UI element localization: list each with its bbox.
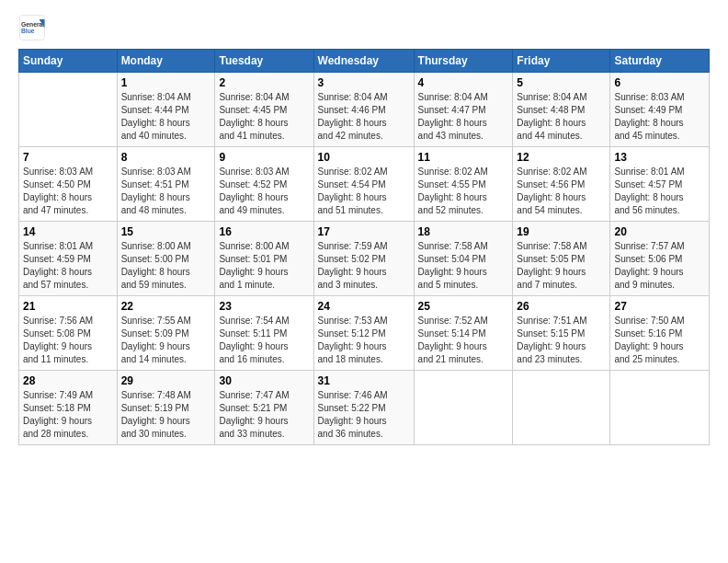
day-info: Sunrise: 8:04 AM Sunset: 4:47 PM Dayligh… bbox=[418, 91, 509, 143]
calendar-cell: 8Sunrise: 8:03 AM Sunset: 4:51 PM Daylig… bbox=[117, 147, 215, 222]
day-number: 9 bbox=[219, 151, 309, 164]
day-info: Sunrise: 7:54 AM Sunset: 5:11 PM Dayligh… bbox=[219, 315, 309, 366]
calendar-cell: 2Sunrise: 8:04 AM Sunset: 4:45 PM Daylig… bbox=[215, 73, 313, 147]
calendar-cell: 30Sunrise: 7:47 AM Sunset: 5:21 PM Dayli… bbox=[215, 371, 313, 445]
day-info: Sunrise: 8:03 AM Sunset: 4:50 PM Dayligh… bbox=[23, 166, 113, 217]
calendar-cell bbox=[19, 73, 118, 147]
day-info: Sunrise: 8:04 AM Sunset: 4:44 PM Dayligh… bbox=[121, 91, 211, 143]
day-number: 28 bbox=[23, 374, 113, 387]
day-number: 27 bbox=[614, 300, 705, 313]
calendar-cell bbox=[414, 371, 513, 445]
day-number: 21 bbox=[23, 300, 113, 313]
day-number: 29 bbox=[121, 374, 211, 387]
day-number: 19 bbox=[517, 225, 606, 238]
calendar-cell: 26Sunrise: 7:51 AM Sunset: 5:15 PM Dayli… bbox=[513, 296, 610, 371]
day-number: 30 bbox=[219, 374, 309, 387]
page-container: General Blue SundayMondayTuesdayWednesda… bbox=[0, 0, 728, 454]
day-info: Sunrise: 7:58 AM Sunset: 5:04 PM Dayligh… bbox=[418, 240, 509, 292]
day-info: Sunrise: 7:57 AM Sunset: 5:06 PM Dayligh… bbox=[614, 240, 705, 292]
logo-icon: General Blue bbox=[18, 14, 46, 41]
day-number: 24 bbox=[318, 300, 410, 313]
day-info: Sunrise: 7:46 AM Sunset: 5:22 PM Dayligh… bbox=[318, 389, 410, 441]
calendar-week-row: 21Sunrise: 7:56 AM Sunset: 5:08 PM Dayli… bbox=[19, 296, 710, 371]
day-info: Sunrise: 7:48 AM Sunset: 5:19 PM Dayligh… bbox=[121, 389, 211, 441]
day-number: 4 bbox=[418, 76, 509, 89]
calendar-cell: 24Sunrise: 7:53 AM Sunset: 5:12 PM Dayli… bbox=[313, 296, 414, 371]
day-number: 3 bbox=[318, 76, 410, 89]
calendar-cell: 25Sunrise: 7:52 AM Sunset: 5:14 PM Dayli… bbox=[414, 296, 513, 371]
logo: General Blue bbox=[18, 14, 46, 41]
day-info: Sunrise: 8:04 AM Sunset: 4:45 PM Dayligh… bbox=[219, 91, 309, 143]
calendar-cell: 28Sunrise: 7:49 AM Sunset: 5:18 PM Dayli… bbox=[19, 371, 118, 445]
day-number: 7 bbox=[23, 151, 113, 164]
day-info: Sunrise: 7:47 AM Sunset: 5:21 PM Dayligh… bbox=[219, 389, 309, 441]
day-info: Sunrise: 8:00 AM Sunset: 5:00 PM Dayligh… bbox=[121, 240, 211, 292]
weekday-header-sunday: Sunday bbox=[19, 50, 118, 73]
calendar-cell: 7Sunrise: 8:03 AM Sunset: 4:50 PM Daylig… bbox=[19, 147, 118, 222]
day-number: 18 bbox=[418, 225, 509, 238]
header-section: General Blue bbox=[18, 14, 710, 41]
day-number: 2 bbox=[219, 76, 309, 89]
day-info: Sunrise: 7:55 AM Sunset: 5:09 PM Dayligh… bbox=[121, 315, 211, 366]
day-number: 23 bbox=[219, 300, 309, 313]
calendar-cell: 22Sunrise: 7:55 AM Sunset: 5:09 PM Dayli… bbox=[117, 296, 215, 371]
day-info: Sunrise: 8:02 AM Sunset: 4:54 PM Dayligh… bbox=[318, 166, 410, 217]
calendar-cell: 11Sunrise: 8:02 AM Sunset: 4:55 PM Dayli… bbox=[414, 147, 513, 222]
calendar-table: SundayMondayTuesdayWednesdayThursdayFrid… bbox=[18, 49, 710, 445]
calendar-cell: 4Sunrise: 8:04 AM Sunset: 4:47 PM Daylig… bbox=[414, 73, 513, 147]
day-info: Sunrise: 7:59 AM Sunset: 5:02 PM Dayligh… bbox=[318, 240, 410, 292]
day-info: Sunrise: 8:00 AM Sunset: 5:01 PM Dayligh… bbox=[219, 240, 309, 292]
day-info: Sunrise: 8:02 AM Sunset: 4:56 PM Dayligh… bbox=[517, 166, 606, 217]
day-number: 15 bbox=[121, 225, 211, 238]
day-info: Sunrise: 7:53 AM Sunset: 5:12 PM Dayligh… bbox=[318, 315, 410, 366]
day-info: Sunrise: 7:52 AM Sunset: 5:14 PM Dayligh… bbox=[418, 315, 509, 366]
weekday-header-friday: Friday bbox=[513, 50, 610, 73]
calendar-week-row: 14Sunrise: 8:01 AM Sunset: 4:59 PM Dayli… bbox=[19, 222, 710, 296]
day-number: 16 bbox=[219, 225, 309, 238]
day-info: Sunrise: 8:03 AM Sunset: 4:52 PM Dayligh… bbox=[219, 166, 309, 217]
calendar-cell bbox=[513, 371, 610, 445]
day-number: 14 bbox=[23, 225, 113, 238]
day-info: Sunrise: 8:02 AM Sunset: 4:55 PM Dayligh… bbox=[418, 166, 509, 217]
weekday-header-saturday: Saturday bbox=[610, 50, 710, 73]
day-number: 13 bbox=[614, 151, 705, 164]
calendar-cell: 23Sunrise: 7:54 AM Sunset: 5:11 PM Dayli… bbox=[215, 296, 313, 371]
calendar-cell: 18Sunrise: 7:58 AM Sunset: 5:04 PM Dayli… bbox=[414, 222, 513, 296]
calendar-cell bbox=[610, 371, 710, 445]
day-number: 26 bbox=[517, 300, 606, 313]
calendar-cell: 16Sunrise: 8:00 AM Sunset: 5:01 PM Dayli… bbox=[215, 222, 313, 296]
calendar-cell: 9Sunrise: 8:03 AM Sunset: 4:52 PM Daylig… bbox=[215, 147, 313, 222]
calendar-cell: 5Sunrise: 8:04 AM Sunset: 4:48 PM Daylig… bbox=[513, 73, 610, 147]
weekday-header-wednesday: Wednesday bbox=[313, 50, 414, 73]
day-info: Sunrise: 7:49 AM Sunset: 5:18 PM Dayligh… bbox=[23, 389, 113, 441]
day-info: Sunrise: 8:03 AM Sunset: 4:51 PM Dayligh… bbox=[121, 166, 211, 217]
day-number: 25 bbox=[418, 300, 509, 313]
day-number: 12 bbox=[517, 151, 606, 164]
day-number: 11 bbox=[418, 151, 509, 164]
weekday-header-thursday: Thursday bbox=[414, 50, 513, 73]
svg-text:Blue: Blue bbox=[21, 28, 35, 34]
calendar-week-row: 1Sunrise: 8:04 AM Sunset: 4:44 PM Daylig… bbox=[19, 73, 710, 147]
day-number: 5 bbox=[517, 76, 606, 89]
day-number: 10 bbox=[318, 151, 410, 164]
calendar-week-row: 28Sunrise: 7:49 AM Sunset: 5:18 PM Dayli… bbox=[19, 371, 710, 445]
day-info: Sunrise: 8:01 AM Sunset: 4:57 PM Dayligh… bbox=[614, 166, 705, 217]
calendar-cell: 29Sunrise: 7:48 AM Sunset: 5:19 PM Dayli… bbox=[117, 371, 215, 445]
calendar-cell: 20Sunrise: 7:57 AM Sunset: 5:06 PM Dayli… bbox=[610, 222, 710, 296]
day-info: Sunrise: 8:04 AM Sunset: 4:48 PM Dayligh… bbox=[517, 91, 606, 143]
calendar-cell: 13Sunrise: 8:01 AM Sunset: 4:57 PM Dayli… bbox=[610, 147, 710, 222]
day-number: 20 bbox=[614, 225, 705, 238]
day-number: 17 bbox=[318, 225, 410, 238]
calendar-cell: 31Sunrise: 7:46 AM Sunset: 5:22 PM Dayli… bbox=[313, 371, 414, 445]
weekday-header-row: SundayMondayTuesdayWednesdayThursdayFrid… bbox=[19, 50, 710, 73]
day-number: 8 bbox=[121, 151, 211, 164]
calendar-cell: 10Sunrise: 8:02 AM Sunset: 4:54 PM Dayli… bbox=[313, 147, 414, 222]
calendar-cell: 12Sunrise: 8:02 AM Sunset: 4:56 PM Dayli… bbox=[513, 147, 610, 222]
day-number: 6 bbox=[614, 76, 705, 89]
calendar-cell: 15Sunrise: 8:00 AM Sunset: 5:00 PM Dayli… bbox=[117, 222, 215, 296]
calendar-cell: 3Sunrise: 8:04 AM Sunset: 4:46 PM Daylig… bbox=[313, 73, 414, 147]
day-info: Sunrise: 8:04 AM Sunset: 4:46 PM Dayligh… bbox=[318, 91, 410, 143]
calendar-cell: 17Sunrise: 7:59 AM Sunset: 5:02 PM Dayli… bbox=[313, 222, 414, 296]
calendar-cell: 1Sunrise: 8:04 AM Sunset: 4:44 PM Daylig… bbox=[117, 73, 215, 147]
weekday-header-tuesday: Tuesday bbox=[215, 50, 313, 73]
